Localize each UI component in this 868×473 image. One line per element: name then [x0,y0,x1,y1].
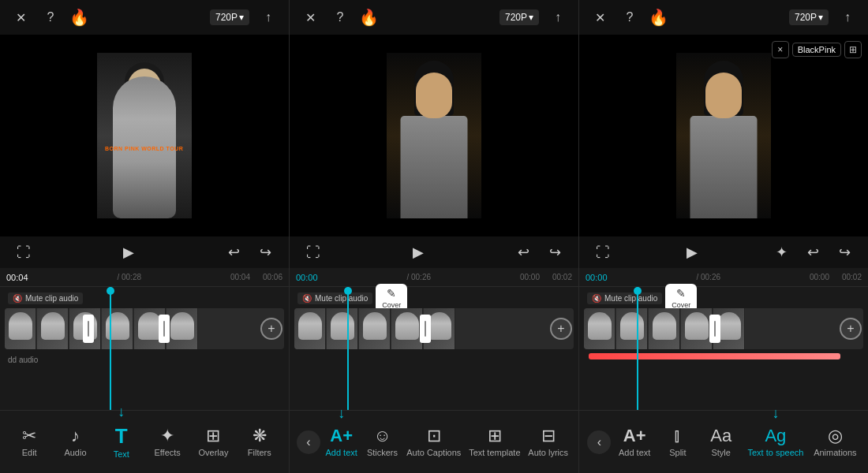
overlay-label: Overlay [199,448,229,457]
expand-button-3[interactable]: ⛶ [592,241,614,263]
text-template-tool[interactable]: ⊞ Text template [466,423,523,462]
resolution-button-3[interactable]: 720P ▾ [789,9,829,25]
transport-icons-1: ▶ [118,241,140,263]
current-time-2: 00:00 [296,273,318,282]
playhead-3[interactable] [637,287,638,410]
resolution-label-1: 720P [215,12,238,23]
help-button-1[interactable]: ? [39,6,62,28]
timecode-marks-1: 00:04 00:06 [230,273,282,281]
animations-wrapper: ◎ Animations [810,423,859,462]
mute-clip-audio-1[interactable]: 🔇 Mute clip audio [8,292,83,304]
resolution-button-1[interactable]: 720P ▾ [210,9,249,25]
mute-label-3: Mute clip audio [604,294,657,303]
filters-tool[interactable]: ❋ Filters [240,423,279,462]
edit-tool-wrapper: ✂ Edit [9,423,49,462]
topbar-right-2: 720P ▾ ↑ [499,6,569,28]
playhead-1[interactable] [110,287,111,410]
add-clip-btn-1[interactable]: + [260,318,282,340]
music-note-icon: ♪ [71,427,80,445]
upload-button-2[interactable]: ↑ [547,6,569,28]
lyrics-icon: ⊟ [541,427,556,445]
play-button-2[interactable]: ▶ [407,241,429,263]
effects-tool[interactable]: ✦ Effects [148,423,187,462]
play-button-3[interactable]: ▶ [681,241,703,263]
auto-captions-tool[interactable]: ⊡ Auto Captions [403,423,464,462]
label-close-btn[interactable]: × [772,41,789,58]
video-track-3[interactable]: + [584,308,863,349]
auto-lyrics-label: Auto lyrics [528,448,568,457]
expand-button-2[interactable]: ⛶ [302,241,324,263]
edit-icon-2: ✎ [387,287,396,300]
transport-bar-3: ⛶ ▶ ✦ ↩ ↪ [579,236,868,268]
split-handle-1b[interactable] [159,315,170,343]
mute-clip-audio-3[interactable]: 🔇 Mute clip audio [587,292,662,304]
close-button-3[interactable]: ✕ [589,6,611,28]
grid-icon: ⊞ [206,427,220,445]
add-text2-icon: A+ [623,427,646,445]
split-tool[interactable]: ⫿ Split [658,423,698,462]
video-track-1[interactable]: + [5,308,284,349]
split-wrapper: ⫿ Split [658,423,698,462]
style-tool[interactable]: Aa Style [702,423,741,462]
back-arrow-btn-2[interactable]: ‹ [297,430,320,454]
help-button-2[interactable]: ? [329,6,351,28]
split-handle-2[interactable] [420,315,431,343]
video-track-2[interactable]: + [294,308,574,349]
mute-clip-audio-2[interactable]: 🔇 Mute clip audio [297,292,372,304]
upload-button-3[interactable]: ↑ [836,6,859,28]
topbar-right-1: 720P ▾ ↑ [210,6,279,28]
redo-button-3[interactable]: ↪ [833,241,855,263]
split-handle-1a[interactable] [83,315,94,343]
resolution-button-2[interactable]: 720P ▾ [499,9,539,25]
track-thumbs-3 [584,308,863,349]
add-clip-btn-2[interactable]: + [550,318,572,340]
timeline-panel-1: 00:04 / 00:28 00:04 00:06 🔇 Mute clip au… [0,268,290,410]
label-tag: BlackPink [792,43,841,57]
play-button-1[interactable]: ▶ [118,241,140,263]
add-clip-btn-3[interactable]: + [840,318,862,340]
stickers-tool[interactable]: ☺ Stickers [362,423,402,462]
close-button-1[interactable]: ✕ [9,6,32,28]
mute-icon-1: 🔇 [13,294,22,303]
expand-button-1[interactable]: ⛶ [13,241,35,263]
undo-button-3[interactable]: ↩ [802,241,824,263]
timecode-bar-2: 00:00 / 00:26 00:00 00:02 [290,268,578,287]
style-label: Style [711,448,730,457]
label-copy-btn[interactable]: ⊞ [844,41,862,58]
back-arrow-btn-3[interactable]: ‹ [587,430,611,454]
edit-tool[interactable]: ✂ Edit [9,423,49,462]
text-overlay-1: BORN PINK WORLD TOUR [105,146,183,151]
animations-tool[interactable]: ◎ Animations [810,423,859,462]
effects-label: Effects [154,448,180,457]
audio-tool[interactable]: ♪ Audio [55,423,95,462]
text-track-bar-3[interactable] [589,353,840,359]
mute-icon-2: 🔇 [302,294,312,303]
duration-1: / 00:28 [117,273,141,281]
stickers-label: Stickers [367,448,398,457]
audio-controls-1: 🔇 Mute clip audio [5,290,284,306]
playhead-2[interactable] [347,287,349,410]
playhead-top-1 [107,287,114,295]
upload-button-1[interactable]: ↑ [257,6,279,28]
filters-tool-wrapper: ❋ Filters [240,423,279,462]
help-button-3[interactable]: ? [619,6,641,28]
text-tool[interactable]: T Text [102,421,141,464]
sparkle-icon-3[interactable]: ✦ [770,241,792,263]
redo-button-1[interactable]: ↪ [254,241,276,263]
add-text-tool[interactable]: A+ Add text [322,423,361,462]
split-handle-3[interactable] [709,315,720,343]
auto-lyrics-tool[interactable]: ⊟ Auto lyrics [525,423,571,462]
add-text2-tool[interactable]: A+ Add text [615,423,654,462]
thumb-3d [681,308,713,349]
tts-label: Text to speech [747,448,803,457]
redo-button-2[interactable]: ↪ [544,241,566,263]
close-button-2[interactable]: ✕ [299,6,321,28]
track-area-2: 🔇 Mute clip audio ✎ Cover [290,287,578,410]
undo-button-2[interactable]: ↩ [512,241,534,263]
overlay-tool[interactable]: ⊞ Overlay [193,423,233,462]
tts-tool[interactable]: Ag Text to speech [744,423,806,462]
audio-controls-3: 🔇 Mute clip audio ✎ Cover [584,290,863,306]
down-arrow-indicator-3: ↓ [772,405,779,422]
undo-button-1[interactable]: ↩ [223,241,245,263]
panel-1: ✕ ? 🔥 720P ▾ ↑ BORN PINK WORLD TOUR ⛶ [0,0,290,268]
